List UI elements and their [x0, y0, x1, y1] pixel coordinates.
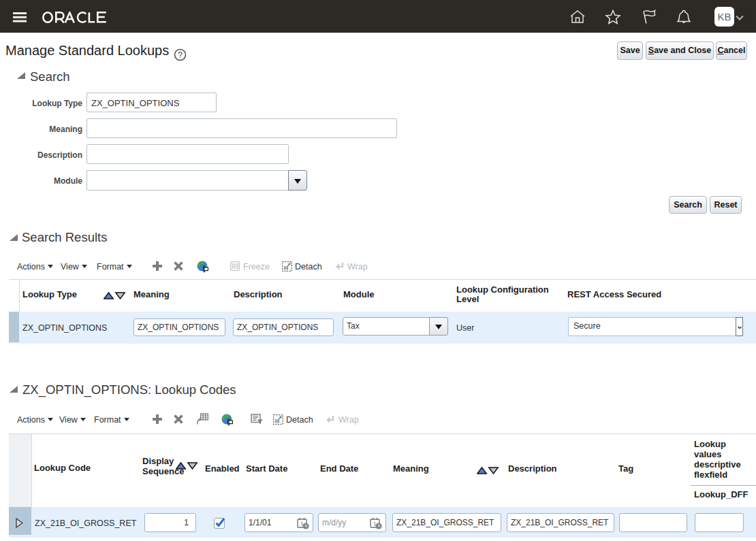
svg-text:?: ? — [178, 50, 183, 60]
